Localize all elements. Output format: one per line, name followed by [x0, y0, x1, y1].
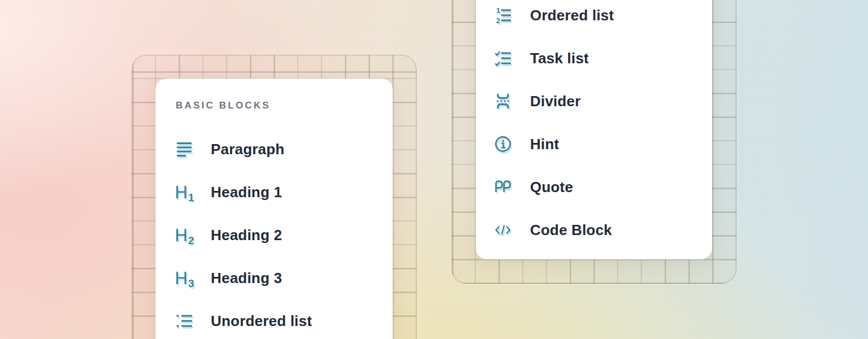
code-block-icon: [494, 222, 511, 238]
menu-item-paragraph[interactable]: Paragraph: [176, 128, 372, 171]
menu-item-label: Heading 1: [211, 185, 282, 199]
menu-item-label: Task list: [530, 51, 589, 66]
menu-item-label: Heading 2: [211, 228, 282, 242]
menu-item-code-block[interactable]: Code Block: [494, 208, 693, 251]
heading-2-icon: H2: [176, 227, 193, 244]
menu-item-label: Divider: [530, 94, 581, 108]
menu-list-more: 1 2 Ordered list Task list: [494, 0, 693, 251]
svg-text:1: 1: [496, 7, 500, 15]
block-menu-basic: BASIC BLOCKS Paragraph H1 Heading 1 H2 H…: [155, 79, 393, 339]
hint-icon: [494, 136, 511, 153]
section-label: BASIC BLOCKS: [176, 100, 372, 111]
block-menu-lists: 1 2 Ordered list Task list: [476, 0, 712, 259]
quote-icon: [494, 179, 511, 195]
menu-item-unordered-list[interactable]: Unordered list: [176, 299, 372, 339]
menu-item-task-list[interactable]: Task list: [494, 37, 693, 80]
heading-1-icon: H1: [176, 184, 193, 201]
menu-item-label: Ordered list: [530, 8, 614, 23]
menu-item-label: Quote: [530, 180, 573, 194]
menu-item-ordered-list[interactable]: 1 2 Ordered list: [494, 0, 693, 37]
menu-item-label: Code Block: [530, 223, 612, 237]
menu-item-heading-2[interactable]: H2 Heading 2: [176, 214, 372, 257]
menu-item-label: Paragraph: [211, 142, 284, 157]
menu-item-label: Unordered list: [211, 314, 312, 328]
menu-item-divider[interactable]: Divider: [494, 80, 693, 123]
divider-icon: [494, 93, 511, 110]
menu-item-heading-1[interactable]: H1 Heading 1: [176, 171, 372, 214]
heading-3-icon: H3: [176, 270, 193, 287]
menu-item-heading-3[interactable]: H3 Heading 3: [176, 257, 372, 299]
ordered-list-icon: 1 2: [494, 7, 511, 24]
menu-list-basic: Paragraph H1 Heading 1 H2 Heading 2 H3 H…: [176, 128, 372, 339]
svg-text:2: 2: [496, 16, 500, 24]
menu-item-label: Hint: [530, 137, 559, 151]
task-list-icon: [494, 50, 511, 67]
unordered-list-icon: [176, 312, 193, 329]
menu-item-label: Heading 3: [211, 271, 282, 285]
paragraph-icon: [176, 141, 193, 158]
menu-item-hint[interactable]: Hint: [494, 123, 693, 166]
menu-item-quote[interactable]: Quote: [494, 166, 693, 208]
